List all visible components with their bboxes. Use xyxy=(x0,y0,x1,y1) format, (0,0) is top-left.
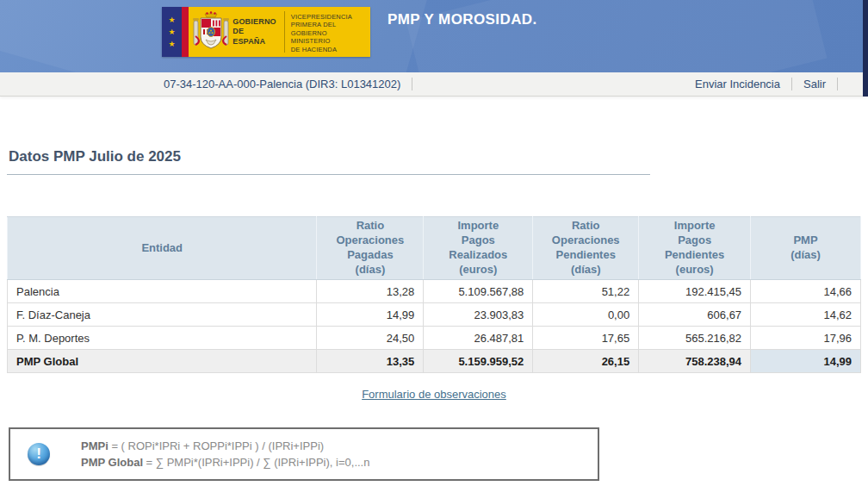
pmp-table: Entidad Ratio Operaciones Pagadas (días)… xyxy=(7,216,861,373)
formula-text: PMPi = ( ROPi*IPRi + ROPPi*IPPi ) / (IPR… xyxy=(81,438,369,471)
star-icon: ★ xyxy=(168,16,175,24)
star-icon: ★ xyxy=(168,40,175,48)
entidad-cell: Palencia xyxy=(8,280,317,303)
value-cell: 0,00 xyxy=(533,303,639,327)
formula-info-box: ! PMPi = ( ROPi*IPRi + ROPPi*IPPi ) / (I… xyxy=(9,427,599,481)
value-cell: 13,35 xyxy=(317,350,424,373)
col-header-ratio-pendientes: Ratio Operaciones Pendientes (días) xyxy=(533,217,639,280)
value-cell: 14,62 xyxy=(751,303,861,327)
value-cell: 5.159.959,52 xyxy=(424,350,533,373)
value-cell: 192.415,45 xyxy=(639,280,751,303)
col-header-pmp: PMP (días) xyxy=(751,217,861,280)
vicepresidencia-label: VICEPRESIDENCIA PRIMERA DEL GOBIERNO xyxy=(291,13,367,37)
formula-line-pmp-global: PMP Global = ∑ PMPi*(IPRi+IPPi) / ∑ (IPR… xyxy=(81,454,369,471)
value-cell: 24,50 xyxy=(317,327,424,350)
title-divider xyxy=(7,174,650,175)
value-cell: 14,66 xyxy=(751,280,861,303)
breadcrumb: 07-34-120-AA-000-Palencia (DIR3: L013412… xyxy=(164,78,400,90)
ministerio-hacienda-label: MINISTERIO DE HACIENDA xyxy=(291,37,367,53)
salir-link[interactable]: Salir xyxy=(803,78,826,90)
value-cell: 51,22 xyxy=(533,280,639,303)
enviar-incidencia-link[interactable]: Enviar Incidencia xyxy=(695,78,780,90)
pmp-global-value-cell: 14,99 xyxy=(751,350,861,373)
entidad-cell: PMP Global xyxy=(8,350,317,373)
entidad-cell: P. M. Deportes xyxy=(8,327,317,350)
col-header-ratio-pagadas: Ratio Operaciones Pagadas (días) xyxy=(317,217,424,280)
coat-of-arms-icon xyxy=(189,7,232,57)
value-cell: 17,65 xyxy=(533,327,639,350)
value-cell: 26,15 xyxy=(533,350,639,373)
main-content: Datos PMP Julio de 2025 Entidad Ratio Op… xyxy=(0,148,868,481)
ministry-label: VICEPRESIDENCIA PRIMERA DEL GOBIERNO MIN… xyxy=(291,7,370,57)
value-cell: 23.903,83 xyxy=(424,303,533,327)
value-cell: 565.216,82 xyxy=(639,327,751,350)
star-icon: ★ xyxy=(168,28,175,36)
spain-flag-stripe xyxy=(182,7,189,57)
entidad-cell: F. Díaz-Caneja xyxy=(8,303,317,327)
app-header: ★ ★ ★ xyxy=(0,0,868,72)
value-cell: 13,28 xyxy=(317,280,424,303)
info-icon: ! xyxy=(28,443,50,465)
value-cell: 26.487,81 xyxy=(424,327,533,350)
col-header-entidad: Entidad xyxy=(8,217,317,280)
value-cell: 14,99 xyxy=(317,303,424,327)
formulario-observaciones-link[interactable]: Formulario de observaciones xyxy=(362,388,506,401)
col-header-importe-pendientes: Importe Pagos Pendientes (euros) xyxy=(639,217,751,280)
formula-line-pmpi: PMPi = ( ROPi*IPRi + ROPPi*IPPi ) / (IPR… xyxy=(81,438,369,455)
menubar: 07-34-120-AA-000-Palencia (DIR3: L013412… xyxy=(0,72,868,97)
gobierno-de-espana-label: GOBIERNO DE ESPAÑA xyxy=(232,7,276,57)
value-cell: 758.238,94 xyxy=(639,350,751,373)
logo-divider xyxy=(284,11,285,53)
table-row: P. M. Deportes 24,50 26.487,81 17,65 565… xyxy=(8,327,861,350)
separator xyxy=(412,78,412,90)
col-header-importe-realizados: Importe Pagos Realizados (euros) xyxy=(424,217,533,280)
government-logo: ★ ★ ★ xyxy=(162,7,370,57)
table-header-row: Entidad Ratio Operaciones Pagadas (días)… xyxy=(8,217,861,280)
separator xyxy=(791,78,792,90)
gobierno-line2: DE ESPAÑA xyxy=(232,27,276,47)
separator xyxy=(837,78,838,90)
table-row: Palencia 13,28 5.109.567,88 51,22 192.41… xyxy=(8,280,861,303)
europe-stars-band: ★ ★ ★ xyxy=(162,7,182,57)
right-edge-decor xyxy=(863,0,868,97)
table-total-row: PMP Global 13,35 5.159.959,52 26,15 758.… xyxy=(8,350,861,373)
observations-link-row: Formulario de observaciones xyxy=(7,386,861,402)
value-cell: 17,96 xyxy=(751,327,861,350)
page-title: Datos PMP Julio de 2025 xyxy=(9,148,861,165)
value-cell: 5.109.567,88 xyxy=(424,280,533,303)
value-cell: 606,67 xyxy=(639,303,751,327)
gobierno-line1: GOBIERNO xyxy=(232,17,276,27)
table-row: F. Díaz-Caneja 14,99 23.903,83 0,00 606,… xyxy=(8,303,861,327)
app-title: PMP Y MOROSIDAD. xyxy=(388,11,537,28)
menubar-links: Enviar Incidencia Salir xyxy=(695,78,868,90)
